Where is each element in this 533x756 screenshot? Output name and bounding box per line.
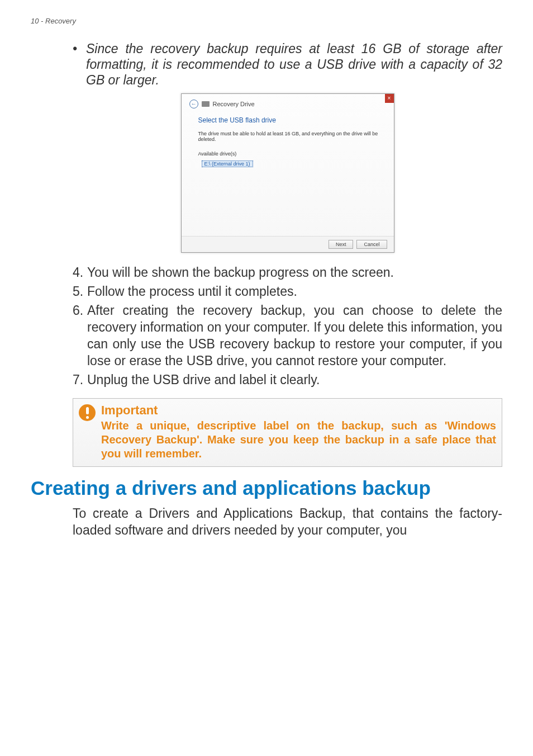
dialog-footer: Next Cancel [182,236,394,252]
dialog-heading: Select the USB flash drive [198,116,379,124]
bullet-text: Since the recovery backup requires at le… [86,41,502,88]
cancel-button[interactable]: Cancel [356,240,387,249]
step-number: 4. [73,264,87,281]
callout-body: Important Write a unique, descriptive la… [101,399,502,466]
section-title: Creating a drivers and applications back… [31,477,502,499]
step-5: 5. Follow the process until it completes… [73,283,502,300]
step-7: 7. Unplug the USB drive and label it cle… [73,371,502,388]
dialog-titlebar: ← Recovery Drive [182,94,394,112]
important-callout: Important Write a unique, descriptive la… [73,398,502,467]
section-paragraph: To create a Drivers and Applications Bac… [73,505,502,538]
step-text: Unplug the USB drive and label it clearl… [87,371,502,388]
step-number: 6. [73,302,87,369]
dialog-title: Recovery Drive [213,101,255,107]
page-header: 10 - Recovery [31,17,502,25]
step-6: 6. After creating the recovery backup, y… [73,302,502,369]
next-button[interactable]: Next [329,240,354,249]
recovery-drive-dialog: × ← Recovery Drive Select the USB flash … [181,93,394,253]
page-body: • Since the recovery backup requires at … [31,41,502,538]
dialog-body: Select the USB flash drive The drive mus… [182,112,394,236]
dialog-note: The drive must be able to hold at least … [198,131,379,142]
bullet-item: • Since the recovery backup requires at … [73,41,502,88]
step-4: 4. You will be shown the backup progress… [73,264,502,281]
screenshot-wrap: × ← Recovery Drive Select the USB flash … [73,93,502,253]
available-drives-label: Available drive(s) [198,151,379,157]
page: 10 - Recovery • Since the recovery backu… [0,0,533,756]
close-icon[interactable]: × [385,94,394,103]
dialog-spacer [198,168,379,229]
step-number: 7. [73,371,87,388]
drive-icon [202,101,210,107]
step-text: Follow the process until it completes. [87,283,502,300]
callout-icon-wrap [73,399,101,421]
step-text: You will be shown the backup progress on… [87,264,502,281]
callout-heading: Important [101,403,496,418]
back-icon[interactable]: ← [189,100,198,108]
selected-drive-item[interactable]: E:\ (External drive 1) [202,160,253,167]
step-number: 5. [73,283,87,300]
step-text: After creating the recovery backup, you … [87,302,502,369]
warning-icon [79,404,96,421]
callout-text: Write a unique, descriptive label on the… [101,419,496,461]
bullet-marker: • [73,41,86,88]
